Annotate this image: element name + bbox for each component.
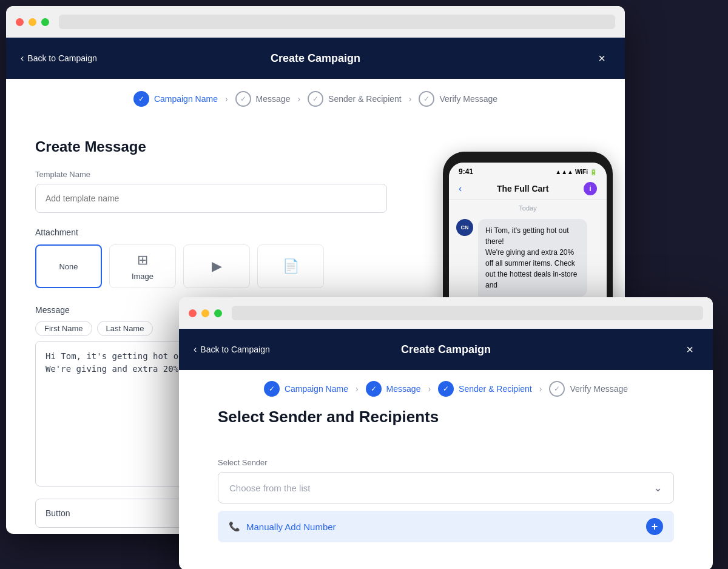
form-area: Select Sender and Recipients Select Send… xyxy=(179,408,713,542)
traffic-light-green-2[interactable] xyxy=(214,309,222,317)
step-sender-2: ✓ Sender & Recipient xyxy=(438,381,532,397)
traffic-light-yellow-2[interactable] xyxy=(201,309,209,317)
attach-image-label: Image xyxy=(132,272,153,281)
step-arrow-1: › xyxy=(225,94,228,104)
attach-video-button[interactable]: ▶ xyxy=(183,244,250,288)
step-icon-4: ✓ xyxy=(419,91,434,107)
traffic-light-green-1[interactable] xyxy=(41,18,49,26)
modal-header-2: ‹ Back to Campaign Create Campaign × xyxy=(179,329,713,370)
close-icon-2: × xyxy=(686,343,693,357)
template-name-input[interactable] xyxy=(35,184,387,213)
step-verify-1: ✓ Verify Message xyxy=(419,91,497,107)
step2-label-4: Verify Message xyxy=(570,384,628,394)
select-section-title: Select Sender and Recipients xyxy=(218,408,674,441)
phone-icon: 📞 xyxy=(229,521,240,532)
phone-icons: ▲▲▲ WiFi 🔋 xyxy=(555,169,597,175)
signal-icon: ▲▲▲ xyxy=(555,169,573,175)
file-icon: 📄 xyxy=(283,258,299,274)
titlebar-1 xyxy=(6,6,625,38)
phone-message-bubble: Hi Tom, it's getting hot out there! We'r… xyxy=(478,219,587,297)
step-label-message-1: Message xyxy=(256,94,291,104)
attach-none-label: None xyxy=(59,262,78,271)
url-bar-1 xyxy=(59,15,615,29)
close-button-1[interactable]: × xyxy=(593,50,610,67)
attach-file-button[interactable]: 📄 xyxy=(257,244,324,288)
first-name-tag[interactable]: First Name xyxy=(35,321,92,336)
step2-arrow-1: › xyxy=(356,384,359,394)
step2-arrow-3: › xyxy=(539,384,542,394)
step2-icon-2: ✓ xyxy=(366,381,382,397)
image-icon: ⊞ xyxy=(137,252,148,268)
url-bar-2 xyxy=(232,306,703,320)
button-section-label: Button xyxy=(46,508,70,518)
modal-header-1: ‹ Back to Campaign Create Campaign × xyxy=(6,38,625,79)
step-sender-1: ✓ Sender & Recipient xyxy=(308,91,402,107)
step-message-2: ✓ Message xyxy=(366,381,421,397)
step-label-campaign-name-1: Campaign Name xyxy=(154,94,218,104)
add-number-left: 📞 Manually Add Number xyxy=(229,521,336,532)
step-message-1: ✓ Message xyxy=(235,91,291,107)
step2-icon-1: ✓ xyxy=(264,381,280,397)
phone-date: Today xyxy=(449,200,607,217)
wifi-icon: WiFi xyxy=(575,169,588,175)
back-arrow-icon-1: ‹ xyxy=(21,53,24,64)
step-campaign-name-1: ✓ Campaign Name xyxy=(133,91,218,107)
phone-nav: ‹ The Full Cart i xyxy=(449,178,607,200)
phone-info-icon: i xyxy=(584,182,597,195)
attach-image-button[interactable]: ⊞ Image xyxy=(109,244,176,288)
battery-icon: 🔋 xyxy=(590,169,597,175)
back-arrow-icon-2: ‹ xyxy=(194,344,197,355)
phone-status-bar: 9:41 ▲▲▲ WiFi 🔋 xyxy=(449,163,607,178)
window-foreground: ‹ Back to Campaign Create Campaign × ✓ C… xyxy=(179,297,713,569)
step-arrow-2: › xyxy=(297,94,300,104)
step2-label-3: Sender & Recipient xyxy=(459,384,532,394)
step-campaign-name-2: ✓ Campaign Name xyxy=(264,381,348,397)
phone-avatar: CN xyxy=(456,219,473,236)
phone-back-icon: ‹ xyxy=(459,183,462,194)
step2-label-1: Campaign Name xyxy=(285,384,348,394)
stepper-1: ✓ Campaign Name › ✓ Message › ✓ Sender &… xyxy=(6,79,625,119)
titlebar-2 xyxy=(179,297,713,329)
step-label-sender-1: Sender & Recipient xyxy=(328,94,402,104)
modal-title-1: Create Campaign xyxy=(271,52,360,65)
avatar-initials: CN xyxy=(461,224,469,231)
chevron-down-icon: ⌄ xyxy=(653,481,662,494)
add-icon: + xyxy=(646,518,663,535)
phone-message-row: CN Hi Tom, it's getting hot out there! W… xyxy=(449,217,607,299)
step2-icon-4: ✓ xyxy=(549,381,565,397)
select-sender-placeholder: Choose from the list xyxy=(229,483,310,493)
step2-icon-3: ✓ xyxy=(438,381,454,397)
select-sender-dropdown[interactable]: Choose from the list ⌄ xyxy=(218,472,674,503)
select-sender-label: Select Sender xyxy=(218,458,674,467)
add-number-button[interactable]: 📞 Manually Add Number + xyxy=(218,511,674,542)
step-verify-2: ✓ Verify Message xyxy=(549,381,628,397)
step-icon-1: ✓ xyxy=(133,91,149,107)
last-name-tag[interactable]: Last Name xyxy=(97,321,153,336)
back-button-label-2: Back to Campaign xyxy=(200,345,269,354)
traffic-light-red-2[interactable] xyxy=(189,309,197,317)
modal-title-2: Create Campaign xyxy=(401,343,491,356)
back-button-label-1: Back to Campaign xyxy=(27,53,96,63)
back-button-2[interactable]: ‹ Back to Campaign xyxy=(194,344,270,355)
video-icon: ▶ xyxy=(212,258,222,274)
step-icon-2: ✓ xyxy=(235,91,251,107)
traffic-light-red-1[interactable] xyxy=(16,18,24,26)
close-icon-1: × xyxy=(598,52,605,66)
step-icon-3: ✓ xyxy=(308,91,323,107)
step2-label-2: Message xyxy=(386,384,421,394)
add-number-label: Manually Add Number xyxy=(246,522,336,532)
close-button-2[interactable]: × xyxy=(681,341,698,358)
phone-contact: The Full Cart xyxy=(497,184,549,194)
step-label-verify-1: Verify Message xyxy=(439,94,497,104)
stepper-2: ✓ Campaign Name › ✓ Message › ✓ Sender &… xyxy=(179,370,713,408)
traffic-light-yellow-1[interactable] xyxy=(29,18,36,26)
phone-time: 9:41 xyxy=(459,167,473,176)
step2-arrow-2: › xyxy=(428,384,431,394)
step-arrow-3: › xyxy=(409,94,412,104)
attach-none-button[interactable]: None xyxy=(35,244,102,288)
back-button-1[interactable]: ‹ Back to Campaign xyxy=(21,53,97,64)
